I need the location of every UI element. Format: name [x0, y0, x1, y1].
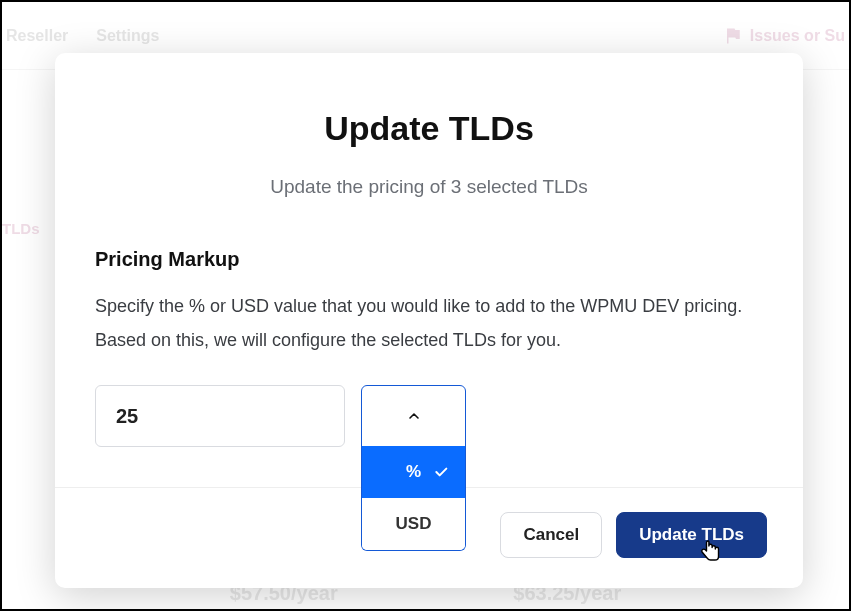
modal-subtitle: Update the pricing of 3 selected TLDs: [95, 176, 763, 198]
update-tlds-modal: Update TLDs Update the pricing of 3 sele…: [55, 53, 803, 588]
cancel-button[interactable]: Cancel: [500, 512, 602, 558]
pricing-markup-label: Pricing Markup: [95, 248, 763, 271]
markup-unit-dropdown: % USD: [361, 385, 466, 447]
markup-input-row: % USD: [95, 385, 763, 447]
unit-option-usd[interactable]: USD: [362, 498, 465, 550]
update-tlds-button[interactable]: Update TLDs: [616, 512, 767, 558]
modal-title: Update TLDs: [95, 109, 763, 148]
markup-unit-toggle[interactable]: [361, 385, 466, 447]
pricing-markup-description: Specify the % or USD value that you woul…: [95, 289, 763, 357]
markup-value-input[interactable]: [95, 385, 345, 447]
unit-percent-label: %: [406, 462, 421, 482]
modal-body: Update TLDs Update the pricing of 3 sele…: [55, 53, 803, 488]
chevron-up-icon: [406, 408, 422, 424]
markup-unit-menu: % USD: [361, 446, 466, 551]
unit-option-percent[interactable]: %: [362, 446, 465, 498]
check-icon: [433, 464, 449, 480]
unit-usd-label: USD: [396, 514, 432, 534]
